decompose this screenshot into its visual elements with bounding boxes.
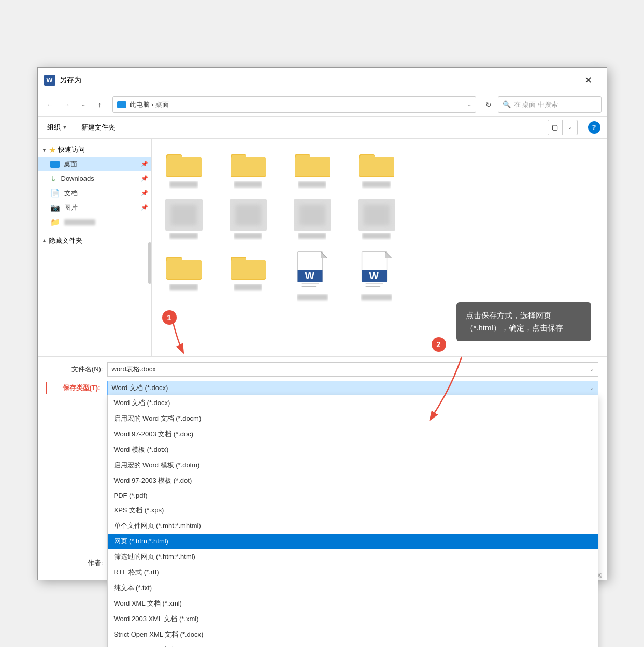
sidebar: ▼ ★ 快速访问 桌面 📌 ⇓ Downloads 📌 📄 文档 📌 — [38, 139, 152, 356]
search-bar[interactable]: 🔍 在 桌面 中搜索 — [498, 96, 602, 113]
dropdown-item-4[interactable]: 启用宏的 Word 模板 (*.dotm) — [108, 457, 598, 473]
svg-rect-2 — [166, 157, 202, 176]
word-file-1[interactable]: W — [287, 248, 338, 305]
file-row-3: W — [158, 248, 600, 305]
sidebar-item-label-blurred — [64, 219, 95, 225]
folder-name-6 — [234, 284, 262, 292]
quick-access-chevron-icon: ▼ — [42, 147, 47, 153]
folder-name-5 — [169, 284, 198, 292]
sidebar-scrollbar[interactable] — [148, 242, 151, 284]
address-text: 此电脑 › 桌面 — [130, 100, 464, 109]
thumb-name-2 — [234, 233, 262, 240]
svg-text:W: W — [369, 270, 379, 281]
step2-text: 点击保存方式，选择网页（*.html），确定，点击保存 — [466, 311, 563, 332]
pictures-icon: 📷 — [50, 203, 60, 212]
folder-item-3[interactable] — [287, 145, 338, 192]
dropdown-item-2[interactable]: Word 97-2003 文档 (*.doc) — [108, 426, 598, 442]
view-icon-button[interactable]: ▢ — [548, 120, 563, 135]
dropdown-item-13[interactable]: Word XML 文档 (*.xml) — [108, 596, 598, 611]
sidebar-item-label-pictures: 图片 — [64, 203, 78, 212]
address-icon — [117, 101, 126, 108]
organize-button[interactable]: 组织 ▼ — [44, 121, 70, 134]
dropdown-item-0[interactable]: Word 文档 (*.docx) — [108, 395, 598, 411]
new-folder-button[interactable]: 新建文件夹 — [78, 121, 118, 134]
filetype-input[interactable]: Word 文档 (*.docx) ⌄ Word 文档 (*.docx) 启用宏的… — [107, 381, 598, 395]
dropdown-item-8[interactable]: 单个文件网页 (*.mht;*.mhtml) — [108, 518, 598, 534]
desktop-icon — [50, 161, 60, 168]
dropdown-item-12[interactable]: 纯文本 (*.txt) — [108, 580, 598, 596]
filename-chevron-icon: ⌄ — [590, 366, 594, 372]
hidden-section-header[interactable]: ▲ 隐藏文件夹 — [38, 234, 151, 248]
folder-item-4[interactable] — [351, 145, 403, 192]
up-button[interactable]: ↑ — [93, 97, 107, 112]
thumb-item-2[interactable] — [222, 196, 274, 243]
folder-item-1[interactable] — [158, 145, 210, 192]
folder-name-3 — [298, 181, 326, 189]
dropdown-item-6[interactable]: PDF (*.pdf) — [108, 488, 598, 502]
dropdown-item-5[interactable]: Word 97-2003 模板 (*.dot) — [108, 473, 598, 488]
svg-rect-23 — [232, 258, 246, 262]
dropdown-item-15[interactable]: Strict Open XML 文档 (*.docx) — [108, 627, 598, 642]
dropdown-item-1[interactable]: 启用宏的 Word 文档 (*.docm) — [108, 411, 598, 426]
dropdown-nav-button[interactable]: ⌄ — [76, 97, 91, 112]
word-icon: W — [44, 75, 55, 86]
sidebar-item-downloads[interactable]: ⇓ Downloads 📌 — [38, 171, 151, 186]
svg-rect-6 — [231, 157, 266, 176]
dropdown-item-3[interactable]: Word 模板 (*.dotx) — [108, 442, 598, 457]
titlebar: W 另存为 ✕ — [38, 68, 607, 93]
thumb-name-4 — [362, 233, 391, 240]
thumb-2 — [230, 199, 267, 231]
svg-text:W: W — [305, 270, 314, 281]
folder-icon-sidebar: 📁 — [50, 218, 60, 227]
thumb-4 — [358, 199, 395, 231]
step2-circle: 2 — [432, 337, 446, 352]
close-button[interactable]: ✕ — [577, 72, 600, 89]
dropdown-item-14[interactable]: Word 2003 XML 文档 (*.xml) — [108, 611, 598, 627]
search-icon: 🔍 — [503, 100, 511, 108]
sidebar-item-desktop[interactable]: 桌面 📌 — [38, 157, 151, 171]
filetype-dropdown[interactable]: Word 文档 (*.docx) 启用宏的 Word 文档 (*.docm) W… — [107, 395, 598, 648]
refresh-button[interactable]: ↻ — [481, 97, 496, 112]
folder-item-2[interactable] — [222, 145, 274, 192]
thumb-item-4[interactable] — [351, 196, 403, 243]
new-folder-label: 新建文件夹 — [81, 123, 115, 132]
address-chevron-icon[interactable]: ⌄ — [467, 102, 471, 107]
view-chevron-button[interactable]: ⌄ — [563, 120, 577, 135]
sidebar-item-blurred[interactable]: 📁 — [38, 215, 151, 229]
sidebar-item-label-downloads: Downloads — [61, 175, 94, 182]
dropdown-item-7[interactable]: XPS 文档 (*.xps) — [108, 502, 598, 518]
folder-item-5[interactable] — [158, 248, 210, 305]
download-icon: ⇓ — [50, 174, 57, 183]
word-file-2[interactable]: W — [351, 248, 403, 305]
folder-icon-5 — [165, 251, 203, 282]
svg-rect-18 — [166, 260, 202, 279]
folder-item-6[interactable] — [222, 248, 274, 305]
star-icon: ★ — [49, 145, 56, 155]
dropdown-item-9[interactable]: 网页 (*.htm;*.html) — [108, 534, 598, 549]
dropdown-item-16[interactable]: OpenDocument 文本 (*.odt) — [108, 642, 598, 648]
dropdown-item-11[interactable]: RTF 格式 (*.rtf) — [108, 565, 598, 580]
folder-name-1 — [169, 181, 198, 189]
dropdown-item-10[interactable]: 筛选过的网页 (*.htm;*.html) — [108, 549, 598, 565]
hidden-section-chevron-icon: ▲ — [42, 238, 47, 243]
svg-rect-14 — [359, 157, 394, 176]
folder-icon-1 — [165, 148, 203, 179]
filename-input[interactable]: word表格.docx ⌄ — [107, 362, 598, 377]
thumb-item-3[interactable] — [287, 196, 338, 243]
sidebar-item-documents[interactable]: 📄 文档 📌 — [38, 186, 151, 200]
documents-icon: 📄 — [50, 189, 60, 198]
thumb-name-1 — [169, 233, 198, 240]
file-row-2 — [158, 196, 600, 243]
back-button[interactable]: ← — [43, 97, 58, 112]
thumb-name-3 — [298, 233, 326, 240]
sidebar-item-pictures[interactable]: 📷 图片 📌 — [38, 200, 151, 215]
forward-button[interactable]: → — [60, 97, 74, 112]
search-placeholder: 在 桌面 中搜索 — [514, 100, 558, 109]
svg-rect-19 — [167, 258, 182, 262]
pin-icon-downloads: 📌 — [141, 175, 148, 182]
thumb-item-1[interactable] — [158, 196, 210, 243]
help-button[interactable]: ? — [588, 121, 600, 134]
filetype-value: Word 文档 (*.docx) — [112, 383, 168, 393]
address-bar[interactable]: 此电脑 › 桌面 ⌄ — [112, 96, 476, 113]
quick-access-header[interactable]: ▼ ★ 快速访问 — [38, 143, 151, 157]
